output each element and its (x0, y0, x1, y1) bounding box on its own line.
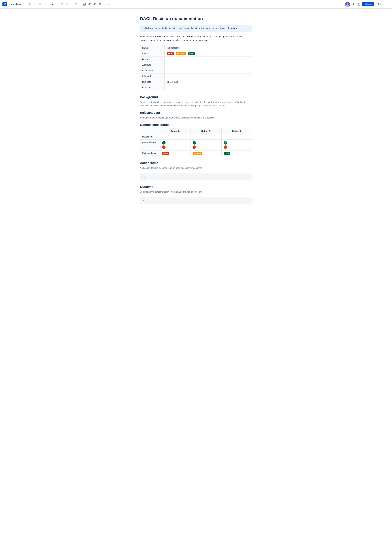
insert-chevron-icon[interactable]: ▾ (108, 3, 109, 5)
pros-cons-icons-3: + − (224, 141, 250, 149)
add-user-button[interactable]: + (351, 2, 355, 6)
row-value-due-date[interactable]: 31 Oct 2019 (165, 79, 252, 85)
insert-plus-button[interactable]: + (103, 2, 108, 7)
chevron-down-icon: ▾ (21, 3, 22, 5)
decision-icon: ⛌ (142, 199, 145, 202)
table-row: Contributors (140, 68, 252, 74)
svg-rect-12 (67, 5, 68, 5)
outcome-subtitle: Summarize the outcome below (type /decis… (140, 190, 252, 194)
link-button[interactable] (87, 2, 92, 7)
emoji-button[interactable] (98, 2, 103, 7)
toolbar: Normal text ▾ B I U ··· A ▾ 1.2.3. ▾ ▾ (0, 0, 392, 9)
table-row: Impact HIGH / MEDIUM / LOW (140, 51, 252, 56)
lock-button[interactable] (357, 2, 361, 6)
outcome-title: Outcome (140, 185, 252, 189)
align-button[interactable] (73, 2, 78, 7)
pros-cons-option-1[interactable]: + − (160, 140, 191, 150)
text-style-dropdown[interactable]: Normal text ▾ (9, 2, 23, 6)
table-row: Driver (140, 56, 252, 62)
options-col-label (140, 128, 160, 134)
estimated-cost-option-2[interactable]: MEDIUM (190, 150, 222, 156)
pros-cons-option-2[interactable]: + − (190, 140, 222, 150)
row-value-contributors[interactable] (165, 68, 252, 74)
text-style-label: Normal text (10, 3, 21, 5)
text-color-group: A ▾ (51, 2, 57, 7)
plus-icon-1: + (162, 141, 166, 144)
text-color-icon: A (52, 3, 54, 5)
options-col-1: Option 1: (160, 128, 191, 134)
bold-button[interactable]: B (28, 2, 32, 7)
high-badge: HIGH (167, 52, 174, 55)
svg-point-26 (346, 5, 349, 7)
row-label-contributors: Contributors (140, 68, 165, 74)
row-label-status: Status (140, 45, 165, 51)
desc-option-3[interactable] (222, 134, 252, 140)
minus-icon-2: − (193, 145, 196, 149)
desc-option-2[interactable] (190, 134, 222, 140)
avatar[interactable] (345, 2, 350, 7)
attachment-button[interactable] (92, 2, 97, 7)
impact-sep-2: / (187, 52, 187, 55)
more-formatting-button[interactable]: ··· (43, 2, 48, 7)
more-options-button[interactable]: ··· (385, 2, 390, 7)
desc-option-1[interactable] (160, 134, 191, 140)
background-subtitle: Provide context on the decision the team… (140, 100, 252, 107)
row-value-informed[interactable] (165, 74, 252, 79)
publish-button[interactable]: Publish (362, 2, 374, 6)
bullet-list-button[interactable] (59, 2, 64, 7)
cost-high-badge: HIGH (162, 152, 169, 155)
pros-cons-icons-2: + − (193, 141, 219, 149)
svg-point-23 (100, 4, 100, 4)
outcome-input[interactable]: ⛌ (140, 197, 252, 204)
svg-rect-16 (83, 3, 85, 5)
numbered-list-button[interactable]: 1.2.3. (65, 2, 69, 7)
align-chevron-icon[interactable]: ▾ (78, 3, 79, 5)
cost-medium-badge: MEDIUM (193, 152, 202, 155)
table-row: Status UNDECIDED (140, 45, 252, 51)
row-value-status[interactable]: UNDECIDED (165, 45, 252, 51)
options-header-row: Option 1: Option 2: Option 3: (140, 128, 252, 134)
svg-point-25 (347, 3, 348, 5)
info-banner-text: Add your comments directly to the page. … (145, 27, 238, 29)
toolbar-divider-2 (49, 2, 49, 6)
row-value-driver[interactable] (165, 56, 252, 62)
estimated-cost-option-1[interactable]: HIGH (160, 150, 191, 156)
row-value-outcome[interactable] (165, 85, 252, 90)
options-col-3: Option 3: (222, 128, 252, 134)
svg-rect-4 (61, 4, 63, 5)
action-items-subtitle: Add action items to close the loop on op… (140, 166, 252, 170)
svg-rect-15 (75, 5, 77, 5)
impact-sep-1: / (175, 52, 175, 55)
daci-table: Status UNDECIDED Impact HIGH / MEDIUM / … (140, 45, 252, 90)
row-value-impact[interactable]: HIGH / MEDIUM / LOW (165, 51, 252, 56)
action-items-title: Action Items (140, 161, 252, 165)
svg-rect-10 (67, 4, 68, 5)
pros-cons-option-3[interactable]: + − (222, 140, 252, 150)
row-value-approver[interactable] (165, 62, 252, 68)
row-label-outcome: Outcome (140, 85, 165, 90)
pros-cons-icons-1: + − (162, 141, 188, 149)
underline-button[interactable]: U (38, 2, 43, 7)
desc-label: Description (140, 134, 160, 140)
estimated-cost-label: Estimated cost (140, 150, 160, 156)
content-area: DACI: Decision documentation ℹ Add your … (136, 9, 256, 216)
action-items-input[interactable] (140, 173, 252, 180)
minus-icon-3: − (224, 145, 227, 149)
checkbox-icon (142, 176, 145, 178)
color-chevron-icon[interactable]: ▾ (56, 3, 57, 5)
svg-rect-13 (75, 4, 77, 4)
row-label-impact: Impact (140, 51, 165, 56)
cost-low-badge: LOW (224, 152, 230, 155)
estimated-cost-option-3[interactable]: LOW (222, 150, 252, 156)
row-label-due-date: Due date (140, 79, 165, 85)
align-buttons: ▾ (73, 2, 79, 7)
info-banner: ℹ Add your comments directly to the page… (140, 25, 252, 32)
table-button[interactable] (82, 2, 87, 7)
close-button[interactable]: Close (375, 2, 383, 6)
italic-button[interactable]: I (33, 2, 37, 7)
options-considered-title: Options considered (140, 123, 252, 127)
plus-icon-3: + (224, 141, 227, 144)
confluence-logo[interactable] (2, 2, 7, 6)
list-chevron-icon[interactable]: ▾ (70, 3, 70, 5)
text-color-button[interactable]: A (51, 2, 56, 7)
